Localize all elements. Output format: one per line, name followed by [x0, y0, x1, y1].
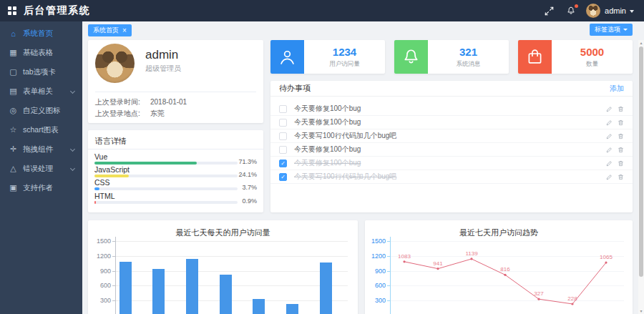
- progress-percent: 71.3%: [238, 158, 257, 165]
- last-login-place-value: 东莞: [150, 109, 165, 117]
- todo-checkbox[interactable]: [279, 146, 287, 154]
- scrollbar[interactable]: ▴ ▾: [638, 40, 644, 314]
- divider: [88, 149, 263, 149]
- language-name: HTML: [94, 192, 257, 200]
- bar: [119, 262, 132, 314]
- sidebar-item-drag[interactable]: ✛拖拽组件: [0, 139, 82, 159]
- todo-text: 今天要修复100个bug: [294, 117, 361, 127]
- sidebar-item-home[interactable]: ⌂系统首页: [0, 24, 82, 43]
- language-row: CSS3.7%: [94, 178, 257, 191]
- scroll-down-icon[interactable]: ▾: [638, 308, 644, 314]
- drag-icon: ✛: [9, 144, 18, 154]
- delete-icon[interactable]: [618, 160, 624, 167]
- language-rows: Vue71.3%JavaScript24.1%CSS3.7%HTML0.9%: [94, 152, 257, 205]
- edit-icon[interactable]: [606, 133, 613, 139]
- svg-text:816: 816: [500, 266, 510, 273]
- chevron-down-icon: [70, 166, 75, 171]
- notification-bell-icon[interactable]: [565, 5, 577, 16]
- sidebar-item-table[interactable]: ▦基础表格: [0, 43, 82, 62]
- todo-actions: [606, 106, 624, 112]
- language-card-title: 语言详情: [95, 136, 127, 147]
- sidebar-item-label: tab选项卡: [23, 67, 56, 77]
- todo-text: 今天要写100行代码加几个bug吧: [294, 172, 396, 182]
- edit-icon[interactable]: [606, 174, 613, 180]
- gridline: [116, 256, 348, 257]
- progress-percent: 24.1%: [238, 171, 257, 178]
- line-chart-card: 最近七天用户访问趋势 15001200900600300108394111398…: [365, 220, 633, 314]
- stat-card-quantity: 5000数量: [518, 40, 633, 74]
- todo-actions: [606, 160, 624, 167]
- svg-text:1139: 1139: [465, 250, 478, 257]
- sidebar-item-schart[interactable]: ☆schart图表: [0, 120, 82, 139]
- tab-home[interactable]: 系统首页 ×: [88, 24, 132, 36]
- delete-icon[interactable]: [618, 133, 624, 139]
- sidebar-item-form[interactable]: ▤表单相关: [0, 82, 82, 101]
- delete-icon[interactable]: [618, 174, 624, 180]
- chevron-down-icon: [623, 29, 628, 31]
- progress-fill: [94, 187, 99, 190]
- svg-text:327: 327: [534, 290, 544, 297]
- delete-icon[interactable]: [618, 119, 624, 126]
- edit-icon[interactable]: [606, 119, 613, 126]
- chart-icon: ☆: [9, 125, 18, 134]
- todo-item: 今天要修复100个bug: [270, 143, 633, 157]
- main-area: 系统首页 × 标签选项 admin 超级管理员 上次登录时间:2018-01-0…: [82, 21, 644, 314]
- language-row: Vue71.3%: [94, 152, 257, 165]
- fullscreen-icon[interactable]: [543, 5, 555, 16]
- profile-name: admin: [145, 48, 178, 62]
- sidebar-item-label: 自定义图标: [23, 106, 61, 116]
- sidebar-item-error[interactable]: △错误处理: [0, 159, 82, 178]
- delete-icon[interactable]: [618, 147, 624, 153]
- y-axis-line: [115, 237, 116, 314]
- home-icon: ⌂: [9, 29, 18, 38]
- bar: [253, 299, 265, 314]
- sidebar-item-support[interactable]: ▣支持作者: [0, 178, 82, 197]
- last-login-time-label: 上次登录时间:: [95, 97, 150, 107]
- scrollbar-thumb[interactable]: [639, 46, 643, 277]
- bar: [220, 275, 232, 314]
- edit-icon[interactable]: [606, 106, 613, 112]
- todo-card: 待办事项 添加 今天要修复100个bug今天要修复100个bug今天要写100行…: [270, 81, 633, 212]
- close-icon[interactable]: ×: [122, 27, 127, 34]
- menu-grid-icon[interactable]: [8, 6, 16, 15]
- stat-body: 321系统消息: [428, 40, 509, 74]
- todo-text: 今天要写100行代码加几个bug吧: [294, 131, 396, 141]
- edit-icon[interactable]: [606, 147, 613, 153]
- todo-checkbox[interactable]: [279, 105, 287, 113]
- table-icon: ▦: [9, 48, 18, 57]
- progress-percent: 3.7%: [242, 184, 257, 191]
- chevron-down-icon: [630, 10, 634, 13]
- divider: [95, 92, 256, 92]
- todo-add-link[interactable]: 添加: [610, 84, 624, 94]
- notification-badge: [575, 4, 578, 8]
- todo-text: 今天要修复100个bug: [294, 104, 361, 114]
- todo-text: 今天要修复100个bug: [294, 144, 361, 154]
- todo-checkbox[interactable]: [279, 132, 287, 140]
- progress-fill: [94, 175, 129, 177]
- sidebar-item-icons[interactable]: ◎自定义图标: [0, 101, 82, 120]
- stat-value: 321: [459, 46, 477, 58]
- sidebar-item-label: 基础表格: [23, 48, 53, 58]
- tab-label: 系统首页: [93, 26, 119, 35]
- todo-title: 待办事项: [279, 83, 311, 94]
- stat-card-messages: 321系统消息: [394, 40, 509, 74]
- sidebar-item-tabs[interactable]: ▢tab选项卡: [0, 62, 82, 82]
- form-icon: ▤: [9, 87, 18, 96]
- edit-icon[interactable]: [606, 160, 613, 167]
- tag-options-label: 标签选项: [595, 25, 620, 34]
- y-tick-label: 1500: [88, 237, 111, 245]
- scroll-up-icon[interactable]: ▴: [638, 40, 644, 46]
- username[interactable]: admin: [605, 6, 626, 15]
- tag-options-button[interactable]: 标签选项: [590, 24, 633, 36]
- todo-text: 今天要修复100个bug: [294, 158, 361, 168]
- language-name: CSS: [94, 178, 257, 187]
- todo-checkbox[interactable]: [279, 119, 287, 127]
- todo-checkbox[interactable]: ✓: [279, 160, 287, 167]
- todo-checkbox[interactable]: ✓: [279, 173, 287, 181]
- todo-actions: [606, 119, 624, 126]
- last-login-place-label: 上次登录地点:: [95, 109, 150, 119]
- bar: [186, 259, 198, 314]
- delete-icon[interactable]: [618, 106, 624, 112]
- avatar[interactable]: [586, 4, 600, 18]
- progress-fill: [94, 201, 96, 204]
